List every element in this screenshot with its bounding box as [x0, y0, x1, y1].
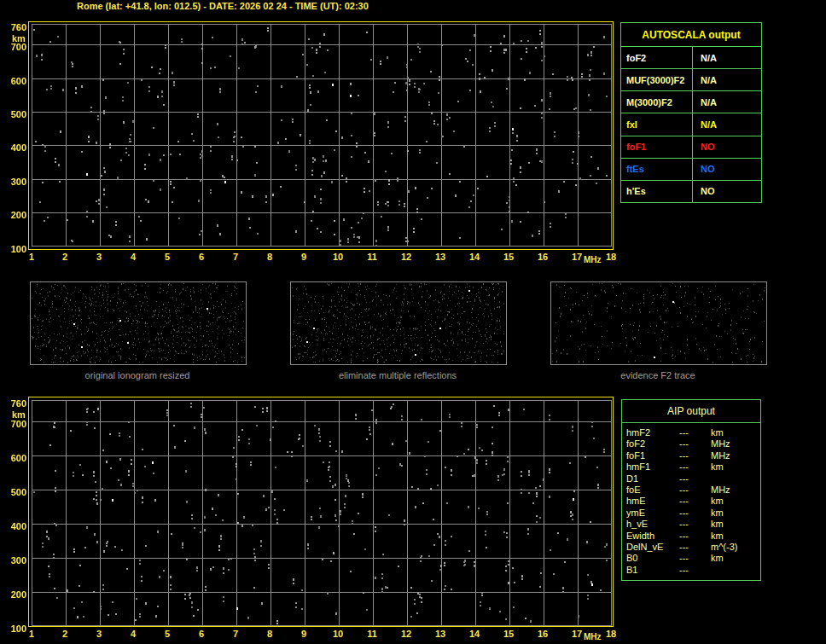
aip-table-row: foF1---MHz [626, 450, 760, 461]
page-title: Rome (lat: +41.8, lon: 012.5) - DATE: 20… [77, 1, 369, 11]
x-axis-tick-label: 7 [226, 252, 245, 262]
autoscala-window: { "title": "Rome (lat: +41.8, lon: 012.5… [0, 0, 826, 644]
x-axis-tick-label: 13 [431, 629, 450, 639]
autoscala-param-value: N/A [693, 119, 717, 130]
x-axis-tick-label: 12 [397, 629, 416, 639]
x-axis-tick-label: 9 [294, 629, 313, 639]
x-axis-tick-label: 6 [192, 252, 211, 262]
y-axis-tick-label: 200 [0, 210, 26, 220]
y-axis-tick-label: 300 [0, 177, 26, 187]
aip-param-value: --- [679, 484, 711, 496]
autoscala-param-label: h'Es [621, 181, 693, 202]
x-axis-tick-label: 15 [499, 252, 518, 262]
x-axis-tick-label: 13 [431, 252, 450, 262]
aip-param-value: --- [679, 438, 711, 450]
autoscala-param-value: NO [693, 164, 715, 174]
x-axis-tick-label: 7 [226, 629, 245, 639]
aip-param-value: --- [679, 461, 711, 473]
aip-param-label: h_vE [626, 519, 679, 530]
thumbnail-evidence-f2 [550, 281, 767, 365]
x-axis-unit-label: MHz [584, 632, 602, 641]
x-axis-tick-label: 5 [158, 252, 177, 262]
thumbnail-evidence-caption: evidence F2 trace [550, 370, 766, 380]
thumbnail-evidence-canvas [551, 282, 766, 364]
x-axis-tick-label: 4 [124, 629, 143, 639]
aip-param-unit [711, 565, 760, 576]
autoscala-table-row: M(3000)F2N/A [621, 91, 761, 113]
y-axis-tick-label: 760 [0, 398, 26, 409]
y-axis-tick-label: 400 [0, 521, 26, 531]
aip-param-label: hmF1 [626, 461, 679, 473]
aip-param-label: DelN_vE [626, 542, 679, 553]
autoscala-param-label: foF2 [621, 47, 693, 68]
autoscala-param-value: NO [693, 186, 715, 196]
aip-param-unit: km [711, 519, 760, 530]
y-axis-unit-label: km [12, 33, 32, 44]
y-axis-tick-label: 600 [0, 453, 26, 463]
aip-table-row: DelN_vE---m^(-3) [626, 542, 760, 553]
aip-param-unit: MHz [711, 484, 760, 496]
aip-table-row: hmF2---km [626, 427, 760, 438]
autoscala-table-row: fxIN/A [621, 113, 761, 136]
x-axis-tick-label: 6 [192, 629, 211, 639]
aip-param-label: hmF2 [626, 427, 679, 438]
autoscala-table-row: h'EsNO [621, 181, 761, 202]
aip-param-unit: km [711, 496, 760, 507]
y-axis-tick-label: 700 [0, 419, 26, 429]
x-axis-tick-label: 10 [329, 629, 347, 639]
autoscala-table-row: ftEsNO [621, 159, 761, 181]
aip-table-row: B1--- [626, 565, 760, 576]
aip-param-label: foF2 [626, 438, 679, 450]
autoscala-param-label: foF1 [621, 136, 693, 158]
aip-param-value: --- [679, 542, 711, 553]
x-axis-tick-label: 18 [602, 629, 620, 639]
ionogram-plot-top [28, 21, 614, 250]
x-axis-tick-label: 15 [499, 629, 518, 639]
aip-param-value: --- [679, 473, 711, 484]
x-axis-tick-label: 14 [465, 629, 484, 639]
autoscala-table-row: MUF(3000)F2N/A [621, 69, 761, 91]
ionogram-plot-top-canvas [29, 22, 613, 249]
aip-param-unit: MHz [711, 438, 760, 450]
aip-param-unit: km [711, 461, 760, 473]
x-axis-tick-label: 3 [90, 252, 108, 262]
thumbnail-original-canvas [31, 282, 246, 364]
aip-param-value: --- [679, 508, 711, 519]
aip-table-header: AIP output [622, 400, 760, 423]
aip-param-value: --- [679, 496, 711, 507]
aip-table-row: hmE---km [626, 496, 760, 507]
y-axis-tick-label: 760 [0, 22, 26, 32]
autoscala-param-label: M(3000)F2 [621, 91, 693, 113]
aip-param-unit: km [711, 531, 760, 542]
y-axis-tick-label: 600 [0, 76, 26, 86]
aip-param-label: ymE [626, 508, 679, 519]
x-axis-tick-label: 16 [533, 252, 552, 262]
y-axis-tick-label: 400 [0, 142, 26, 153]
aip-table-row: hmF1---km [626, 461, 760, 473]
ionogram-plot-bottom-canvas [29, 397, 613, 626]
autoscala-param-label: MUF(3000)F2 [621, 69, 693, 90]
x-axis-tick-label: 9 [294, 252, 313, 262]
thumbnail-eliminate-reflections [290, 281, 507, 365]
aip-param-unit: m^(-3) [711, 542, 760, 553]
x-axis-tick-label: 1 [22, 629, 41, 639]
aip-param-value: --- [679, 565, 711, 576]
aip-param-unit: km [711, 508, 760, 519]
aip-param-unit: km [711, 427, 760, 438]
autoscala-param-value: N/A [693, 53, 717, 63]
x-axis-tick-label: 2 [55, 629, 74, 639]
aip-table-rows: hmF2---kmfoF2---MHzfoF1---MHzhmF1---kmD1… [622, 423, 760, 576]
x-axis-tick-label: 1 [22, 252, 41, 262]
autoscala-param-label: fxI [621, 113, 693, 135]
aip-param-label: B1 [626, 565, 679, 576]
aip-table-row: foF2---MHz [626, 438, 760, 450]
x-axis-tick-label: 10 [329, 252, 347, 262]
aip-table-row: D1--- [626, 473, 760, 484]
aip-param-label: D1 [626, 473, 679, 484]
x-axis-tick-label: 2 [55, 252, 74, 262]
x-axis-tick-label: 16 [533, 629, 552, 639]
thumbnail-original-ionogram [30, 281, 247, 365]
autoscala-param-value: N/A [693, 75, 717, 85]
x-axis-unit-label: MHz [584, 255, 602, 264]
x-axis-tick-label: 4 [124, 252, 143, 262]
